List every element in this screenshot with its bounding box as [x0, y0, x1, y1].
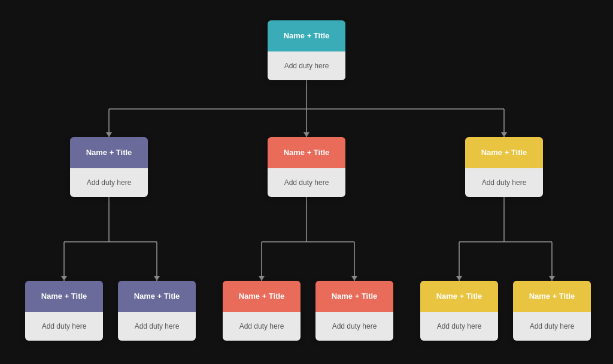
node-leaf-cr-label: Name + Title — [332, 292, 378, 302]
node-mid-center-label: Name + Title — [284, 148, 330, 158]
node-leaf-lr-body: Add duty here — [118, 312, 196, 341]
svg-marker-6 — [304, 132, 309, 137]
node-leaf-cr-body: Add duty here — [315, 312, 393, 341]
node-leaf-rr[interactable]: Name + Title Add duty here — [513, 281, 591, 341]
node-mid-right-label: Name + Title — [481, 148, 527, 158]
node-leaf-ll-body: Add duty here — [25, 312, 103, 341]
node-leaf-ll[interactable]: Name + Title Add duty here — [25, 281, 103, 341]
node-leaf-rl-label: Name + Title — [436, 292, 482, 302]
node-leaf-rl-header: Name + Title — [420, 281, 498, 312]
node-leaf-ll-header: Name + Title — [25, 281, 103, 312]
node-mid-right-body: Add duty here — [465, 168, 543, 197]
node-mid-right-duty: Add duty here — [482, 178, 527, 187]
node-mid-left-header: Name + Title — [70, 137, 148, 168]
svg-marker-18 — [259, 276, 265, 281]
node-leaf-lr-label: Name + Title — [134, 292, 180, 302]
svg-marker-7 — [501, 132, 507, 137]
node-mid-left-label: Name + Title — [86, 148, 132, 158]
node-leaf-rl[interactable]: Name + Title Add duty here — [420, 281, 498, 341]
node-mid-left[interactable]: Name + Title Add duty here — [70, 137, 148, 197]
node-mid-center-header: Name + Title — [268, 137, 345, 168]
node-leaf-cl-body: Add duty here — [223, 312, 301, 341]
node-root-label: Name + Title — [284, 31, 330, 41]
node-leaf-cr[interactable]: Name + Title Add duty here — [315, 281, 393, 341]
node-leaf-rl-body: Add duty here — [420, 312, 498, 341]
node-leaf-lr-duty: Add duty here — [135, 322, 180, 330]
svg-marker-24 — [456, 276, 462, 281]
svg-marker-5 — [106, 132, 112, 137]
svg-marker-19 — [351, 276, 357, 281]
node-mid-left-duty: Add duty here — [87, 178, 132, 187]
node-mid-center[interactable]: Name + Title Add duty here — [268, 137, 345, 197]
node-leaf-lr[interactable]: Name + Title Add duty here — [118, 281, 196, 341]
node-leaf-rr-header: Name + Title — [513, 281, 591, 312]
node-mid-left-body: Add duty here — [70, 168, 148, 197]
node-mid-right-header: Name + Title — [465, 137, 543, 168]
node-leaf-rr-duty: Add duty here — [530, 322, 575, 330]
svg-marker-25 — [549, 276, 555, 281]
node-leaf-cl-duty: Add duty here — [239, 322, 284, 330]
node-leaf-cr-header: Name + Title — [315, 281, 393, 312]
org-chart: Name + Title Add duty here Name + Title … — [13, 8, 600, 356]
node-leaf-lr-header: Name + Title — [118, 281, 196, 312]
node-root-body: Add duty here — [268, 51, 345, 80]
node-mid-center-duty: Add duty here — [284, 178, 329, 187]
svg-marker-12 — [61, 276, 67, 281]
node-mid-right[interactable]: Name + Title Add duty here — [465, 137, 543, 197]
node-leaf-rr-label: Name + Title — [529, 292, 575, 302]
node-leaf-cl[interactable]: Name + Title Add duty here — [223, 281, 301, 341]
node-leaf-cr-duty: Add duty here — [332, 322, 377, 330]
node-leaf-ll-duty: Add duty here — [42, 322, 87, 330]
node-root-header: Name + Title — [268, 20, 345, 51]
node-mid-center-body: Add duty here — [268, 168, 345, 197]
node-leaf-ll-label: Name + Title — [41, 292, 87, 302]
node-root-duty: Add duty here — [284, 62, 329, 70]
node-leaf-cl-header: Name + Title — [223, 281, 301, 312]
svg-marker-13 — [154, 276, 160, 281]
node-leaf-cl-label: Name + Title — [239, 292, 285, 302]
node-root[interactable]: Name + Title Add duty here — [268, 20, 345, 80]
node-leaf-rl-duty: Add duty here — [437, 322, 482, 330]
node-leaf-rr-body: Add duty here — [513, 312, 591, 341]
